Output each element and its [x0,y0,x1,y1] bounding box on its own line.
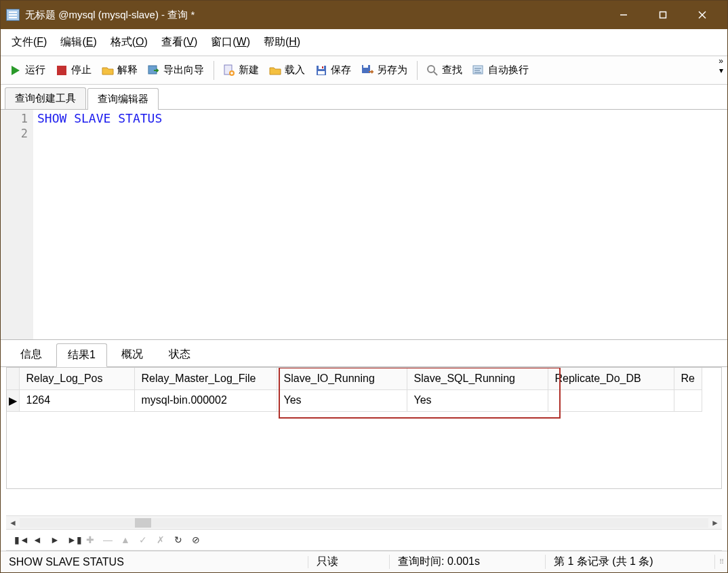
scroll-thumb[interactable] [135,518,151,528]
results-panel: 信息 结果1 概况 状态 Relay_Log_Pos Relay_Master_… [1,340,727,551]
toolbar: 运行 停止 解释 导出向导 新建 载入 保存 另存为 查找 自动换行 »▾ [1,56,727,85]
refresh-button[interactable]: ↻ [173,534,184,545]
chevron-down-icon: ▾ [719,67,723,74]
folder-open-icon [268,64,282,77]
save-button[interactable]: 保存 [310,62,355,79]
result-grid[interactable]: Relay_Log_Pos Relay_Master_Log_File Slav… [6,367,722,489]
chevron-right-icon: » [719,58,723,64]
svg-rect-11 [322,66,323,68]
svg-line-16 [434,72,437,75]
upper-tabs: 查询创建工具 查询编辑器 [1,85,727,110]
separator [417,61,418,80]
scroll-left-icon[interactable]: ◄ [6,518,20,528]
sql-editor: 1 2 SHOW SLAVE STATUS [1,110,727,340]
post-record-button[interactable]: ✓ [138,534,148,545]
svg-rect-14 [363,65,368,68]
stop-icon [55,64,68,77]
minimize-button[interactable] [604,1,643,28]
status-query-time: 查询时间: 0.001s [390,555,546,569]
export-icon [147,64,161,77]
close-button[interactable] [683,1,722,28]
col-slave-sql-running[interactable]: Slave_SQL_Running [407,368,548,389]
col-relay-master-log-file[interactable]: Relay_Master_Log_File [134,368,277,389]
floppy-arrow-icon [361,64,374,77]
status-readonly: 只读 [308,555,390,569]
word-wrap-button[interactable]: 自动换行 [468,62,533,79]
find-button[interactable]: 查找 [422,62,466,79]
new-button[interactable]: 新建 [218,62,263,79]
scroll-right-icon[interactable]: ► [708,518,722,528]
last-record-button[interactable]: ►▮ [67,534,78,545]
folder-script-icon [101,64,115,77]
first-record-button[interactable]: ▮◄ [14,534,25,545]
tab-profile[interactable]: 概况 [110,343,155,366]
menu-format[interactable]: 格式(O) [104,33,155,52]
maximize-button[interactable] [643,1,683,28]
new-icon [222,64,236,77]
save-as-button[interactable]: 另存为 [357,62,411,79]
status-query: SHOW SLAVE STATUS [1,556,308,568]
window-title: 无标题 @mysql (mysql-slave) - 查询 * [25,9,604,22]
col-relay-log-pos[interactable]: Relay_Log_Pos [19,368,134,389]
status-record: 第 1 条记录 (共 1 条) [546,555,715,569]
cancel-record-button[interactable]: ✗ [155,534,166,545]
menu-view[interactable]: 查看(V) [155,33,204,52]
tab-query-editor[interactable]: 查询编辑器 [87,88,159,110]
search-icon [426,64,439,77]
toolbar-overflow[interactable]: »▾ [719,58,723,74]
app-icon [6,9,20,21]
tab-status[interactable]: 状态 [157,343,202,366]
menubar: 文件(F) 编辑(E) 格式(O) 查看(V) 窗口(W) 帮助(H) [1,29,727,56]
titlebar: 无标题 @mysql (mysql-slave) - 查询 * [1,1,727,29]
statusbar: SHOW SLAVE STATUS 只读 查询时间: 0.001s 第 1 条记… [1,551,727,572]
menu-help[interactable]: 帮助(H) [257,33,307,52]
edit-record-button[interactable]: ▲ [120,534,131,545]
tab-query-builder[interactable]: 查询创建工具 [5,87,86,109]
col-slave-io-running[interactable]: Slave_IO_Running [277,368,407,389]
stop-refresh-button[interactable]: ⊘ [190,534,201,545]
menu-edit[interactable]: 编辑(E) [54,33,103,52]
cell-slave-io-running[interactable]: Yes [277,389,407,411]
floppy-icon [315,64,328,77]
col-re[interactable]: Re [674,368,702,389]
cell-slave-sql-running[interactable]: Yes [407,389,548,411]
separator [214,61,214,80]
svg-marker-4 [12,66,20,75]
explain-button[interactable]: 解释 [97,62,142,79]
stop-button[interactable]: 停止 [51,62,96,79]
table-header-row: Relay_Log_Pos Relay_Master_Log_File Slav… [7,368,702,389]
menu-file[interactable]: 文件(F) [5,33,54,52]
table-row[interactable]: ▶ 1264 mysql-bin.000002 Yes Yes [7,389,702,411]
row-header-corner [7,368,19,389]
svg-point-15 [428,66,434,72]
play-icon [9,64,22,77]
cell-re[interactable] [674,389,702,411]
svg-rect-1 [660,12,666,18]
scroll-track[interactable] [20,518,708,528]
load-button[interactable]: 载入 [264,62,309,79]
line-gutter: 1 2 [1,110,33,339]
row-indicator: ▶ [7,389,19,411]
tab-info[interactable]: 信息 [9,343,54,366]
run-button[interactable]: 运行 [5,62,49,79]
svg-rect-5 [57,66,66,75]
cell-relay-log-pos[interactable]: 1264 [19,389,134,411]
resize-grip-icon[interactable]: ⠿ [715,558,727,566]
prev-record-button[interactable]: ◄ [32,534,43,545]
col-replicate-do-db[interactable]: Replicate_Do_DB [548,368,674,389]
editor-content[interactable]: SHOW SLAVE STATUS [33,110,727,339]
insert-record-button[interactable]: ✚ [85,534,96,545]
tab-result1[interactable]: 结果1 [56,343,107,367]
horizontal-scrollbar[interactable]: ◄ ► [6,515,722,529]
bottom-tabs: 信息 结果1 概况 状态 [1,340,727,367]
next-record-button[interactable]: ► [49,534,60,545]
cell-relay-master-log-file[interactable]: mysql-bin.000002 [134,389,277,411]
record-navigator: ▮◄ ◄ ► ►▮ ✚ — ▲ ✓ ✗ ↻ ⊘ [6,529,722,551]
export-wizard-button[interactable]: 导出向导 [143,62,208,79]
menu-window[interactable]: 窗口(W) [204,33,257,52]
wrap-icon [472,64,485,77]
delete-record-button[interactable]: — [102,534,113,545]
cell-replicate-do-db[interactable] [548,389,674,411]
svg-rect-12 [318,71,325,75]
